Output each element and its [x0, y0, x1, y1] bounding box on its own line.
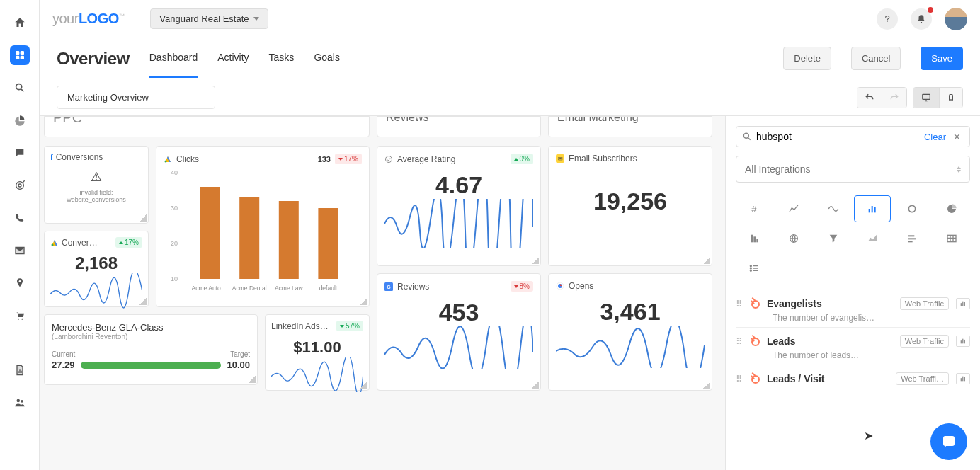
report-title-input[interactable]: Marketing Overview [57, 86, 215, 109]
wtype-line[interactable] [775, 195, 812, 222]
widget-conversions[interactable]: Conver… 17% 2,168 [44, 231, 149, 307]
home-icon[interactable] [10, 13, 30, 33]
google-ads-icon [164, 155, 172, 164]
svg-rect-26 [318, 208, 338, 279]
svg-rect-36 [874, 207, 876, 212]
pie-icon[interactable] [10, 110, 30, 130]
svg-point-47 [750, 268, 751, 269]
report-icon[interactable] [10, 360, 30, 380]
wtype-number[interactable]: # [736, 195, 773, 222]
wtype-geo[interactable] [775, 225, 812, 252]
svg-point-5 [16, 182, 23, 190]
drag-handle-icon[interactable]: ⠿ [736, 336, 743, 347]
section-email: Email Marketing [548, 116, 712, 137]
section-reviews: Reviews [377, 116, 541, 137]
widget-linkedin[interactable]: LinkedIn Ads… 57% $11.00 [265, 314, 370, 391]
svg-point-15 [165, 160, 167, 162]
delete-button[interactable]: Delete [783, 47, 831, 70]
section-ppc: PPC [44, 116, 370, 137]
desktop-view-button[interactable] [913, 88, 939, 108]
svg-point-37 [909, 205, 916, 212]
widget-email-subscribers[interactable]: ✉ Email Subscribers 19,256 [548, 146, 712, 266]
svg-text:Acme Law: Acme Law [275, 285, 304, 292]
user-avatar[interactable] [945, 8, 967, 30]
tab-activity[interactable]: Activity [217, 39, 249, 78]
cancel-button[interactable]: Cancel [851, 47, 901, 70]
close-search-icon[interactable]: ✕ [950, 132, 964, 142]
widget-reviews[interactable]: G Reviews 8% 453 [377, 273, 541, 391]
tenant-dropdown[interactable]: Vanguard Real Estate [150, 8, 268, 29]
svg-rect-2 [16, 56, 19, 59]
clicks-bar-chart: 10203040Acme Auto …Acme DentalAcme Lawde… [164, 168, 362, 296]
svg-rect-20 [200, 187, 220, 279]
drag-handle-icon[interactable]: ⠿ [736, 374, 743, 384]
search-box[interactable]: Clear ✕ [736, 126, 970, 147]
intercom-chat-button[interactable] [930, 423, 967, 460]
drag-handle-icon[interactable]: ⠿ [736, 299, 743, 309]
wtype-list[interactable] [736, 255, 773, 282]
svg-rect-51 [964, 302, 965, 306]
clear-search-button[interactable]: Clear [924, 132, 946, 142]
preview-icon [956, 336, 970, 347]
notifications-icon[interactable] [911, 8, 932, 30]
wtype-column[interactable] [736, 225, 773, 252]
svg-rect-38 [751, 235, 753, 243]
wtype-bar[interactable] [854, 195, 891, 222]
dataset-item[interactable]: ⠿ Evangelists Web Traffic The number of … [736, 296, 970, 327]
tab-dashboard[interactable]: Dashboard [149, 39, 198, 78]
wtype-pie[interactable] [933, 195, 970, 222]
svg-rect-39 [753, 236, 756, 242]
preview-icon [956, 373, 970, 384]
tab-tasks[interactable]: Tasks [269, 39, 295, 78]
wtype-donut[interactable] [894, 195, 930, 222]
dashboard-icon[interactable] [10, 45, 30, 65]
hubspot-icon [750, 336, 760, 346]
svg-rect-42 [908, 235, 914, 236]
widget-avg-rating[interactable]: Average Rating 0% 4.67 [377, 146, 541, 266]
google-icon: G [384, 282, 393, 291]
svg-rect-35 [872, 206, 873, 212]
svg-rect-55 [961, 378, 962, 381]
widget-clicks[interactable]: Clicks 133 17% 10203040Acme Auto …Acme D… [156, 146, 370, 307]
search-icon[interactable] [10, 78, 30, 98]
wtype-hbar[interactable] [894, 225, 930, 252]
cart-icon[interactable] [10, 306, 30, 326]
dataset-item[interactable]: ⠿ Leads Web Traffic The number of leads… [736, 327, 970, 365]
help-icon[interactable]: ? [877, 8, 898, 30]
svg-rect-44 [908, 241, 913, 242]
wtype-table[interactable] [933, 225, 970, 252]
svg-text:40: 40 [171, 169, 178, 176]
dataset-list: ⠿ Evangelists Web Traffic The number of … [736, 296, 970, 389]
phone-icon[interactable] [10, 208, 30, 228]
mobile-view-button[interactable] [939, 88, 962, 108]
sparkline [50, 273, 142, 309]
wtype-spark[interactable] [815, 195, 852, 222]
widget-conversions-error[interactable]: fConversions ⚠ invalid field: website_co… [44, 146, 149, 224]
dashboard-canvas[interactable]: PPC Reviews Email Marketing fConversions… [40, 116, 725, 470]
tab-goals[interactable]: Goals [314, 39, 340, 78]
target-icon[interactable] [10, 176, 30, 195]
wtype-area[interactable] [854, 225, 891, 252]
sparkline [384, 326, 533, 369]
search-input[interactable] [756, 131, 920, 142]
dataset-item[interactable]: ⠿ Leads / Visit Web Traffi… [736, 365, 970, 389]
redo-button [882, 88, 906, 108]
email-icon[interactable] [10, 241, 30, 260]
brand-logo: yourLOGO™ [52, 11, 124, 27]
widget-opens[interactable]: Opens 3,461 [548, 273, 712, 391]
integration-select[interactable]: All Integrations [736, 156, 970, 183]
chat-icon[interactable] [10, 143, 30, 163]
svg-point-6 [18, 184, 21, 187]
users-icon[interactable] [10, 393, 30, 413]
save-button[interactable]: Save [921, 47, 963, 70]
pin-icon[interactable] [10, 273, 30, 293]
sparkline [556, 326, 705, 368]
wtype-funnel[interactable] [815, 225, 852, 252]
left-nav-rail [0, 0, 40, 470]
preview-icon [956, 298, 970, 309]
widget-type-grid: # [736, 195, 970, 282]
svg-text:default: default [319, 285, 338, 292]
widget-project[interactable]: Mercedes-Benz GLA-Class (Lamborghini Rev… [44, 314, 258, 385]
hubspot-icon [750, 374, 760, 384]
undo-button[interactable] [858, 88, 882, 108]
